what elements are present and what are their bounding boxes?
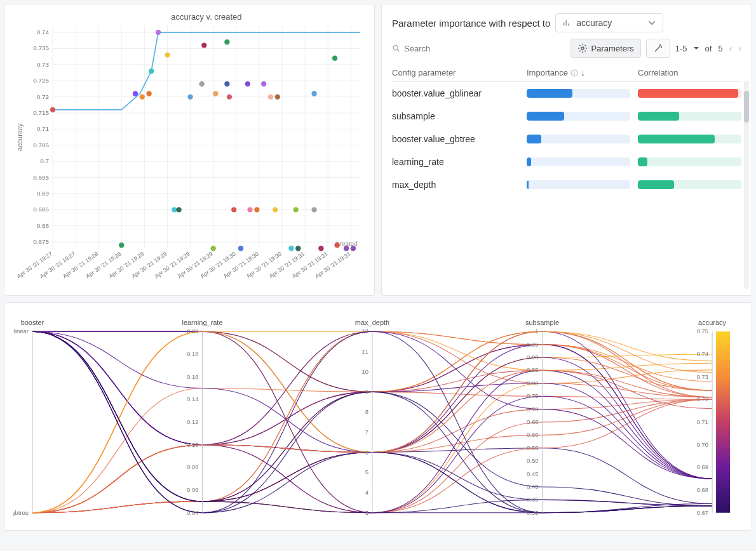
col-correlation[interactable]: Correlation: [638, 68, 741, 77]
svg-text:7: 7: [365, 428, 368, 435]
svg-point-87: [294, 207, 299, 212]
importance-row[interactable]: booster.value_gblinear: [392, 82, 741, 105]
svg-text:0.705: 0.705: [33, 142, 49, 149]
svg-text:0.735: 0.735: [33, 44, 49, 51]
parallel-coordinates-chart[interactable]: boostergbtreegblinearlearning_rate0.040.…: [13, 314, 743, 524]
svg-point-70: [199, 81, 204, 86]
svg-text:0.67: 0.67: [697, 509, 708, 516]
col-config[interactable]: Config parameter: [392, 68, 519, 77]
sort-desc-icon: ↓: [581, 68, 585, 77]
svg-point-59: [50, 107, 55, 112]
svg-text:0.74: 0.74: [697, 350, 708, 357]
col-importance[interactable]: Importance ↓: [527, 68, 630, 77]
svg-text:0.7: 0.7: [40, 157, 49, 164]
wand-icon: [653, 43, 663, 53]
svg-point-90: [311, 91, 316, 96]
correlation-bar: [638, 180, 741, 189]
svg-point-62: [140, 94, 145, 99]
param-name: learning_rate: [392, 157, 519, 167]
svg-point-73: [213, 91, 218, 96]
importance-row[interactable]: learning_rate: [392, 150, 741, 173]
svg-point-86: [288, 246, 294, 251]
svg-text:0.40: 0.40: [527, 483, 538, 490]
parallel-coordinates-panel: boostergbtreegblinearlearning_rate0.040.…: [4, 302, 752, 531]
importance-row[interactable]: booster.value_gbtree: [392, 128, 741, 150]
svg-text:5: 5: [365, 468, 368, 475]
importance-search[interactable]: [392, 44, 565, 53]
param-name: booster.value_gblinear: [392, 88, 519, 98]
svg-point-75: [224, 81, 229, 86]
svg-point-81: [254, 207, 259, 212]
svg-text:0.725: 0.725: [33, 77, 49, 84]
accuracy-vs-created-panel: accuracy v. createdaccuracy0.6750.680.68…: [4, 4, 375, 296]
svg-text:learning_rate: learning_rate: [182, 319, 222, 326]
svg-point-94: [344, 246, 349, 251]
importance-bar: [527, 112, 630, 121]
parameters-button-label: Parameters: [591, 44, 634, 53]
svg-point-93: [334, 242, 339, 248]
svg-text:0.75: 0.75: [697, 328, 708, 335]
svg-text:accuracy: accuracy: [16, 123, 24, 151]
importance-row[interactable]: subsample: [392, 105, 741, 128]
svg-point-84: [273, 207, 278, 212]
parameters-button[interactable]: Parameters: [570, 39, 641, 58]
importance-title: Parameter importance with respect to: [392, 18, 550, 29]
svg-text:subsample: subsample: [525, 319, 559, 326]
correlation-bar: [638, 135, 741, 143]
svg-point-60: [119, 242, 124, 248]
svg-point-66: [165, 52, 170, 57]
svg-text:0.35: 0.35: [527, 496, 538, 503]
svg-text:gblinear: gblinear: [13, 328, 29, 335]
svg-text:0.73: 0.73: [37, 61, 50, 68]
svg-text:0.08: 0.08: [187, 463, 198, 470]
svg-point-91: [318, 246, 323, 251]
pager-next[interactable]: ›: [738, 43, 741, 53]
svg-point-82: [261, 81, 266, 86]
svg-text:0.715: 0.715: [33, 109, 49, 116]
svg-text:0.69: 0.69: [37, 190, 50, 197]
correlation-bar: [638, 89, 741, 98]
svg-text:booster: booster: [21, 319, 44, 326]
svg-text:0.50: 0.50: [527, 457, 538, 464]
search-icon: [392, 44, 400, 53]
metric-selector-label: accuracy: [576, 18, 612, 28]
importance-search-input[interactable]: [404, 44, 565, 53]
svg-point-85: [275, 94, 280, 99]
accuracy-vs-created-chart[interactable]: accuracy v. createdaccuracy0.6750.680.68…: [11, 11, 368, 289]
svg-text:0.90: 0.90: [527, 354, 538, 361]
svg-point-76: [227, 94, 232, 99]
correlation-bar: [638, 157, 741, 166]
svg-text:0.20: 0.20: [187, 328, 198, 335]
magic-button[interactable]: [646, 39, 670, 58]
chevron-down-icon: [647, 18, 656, 27]
param-name: booster.value_gbtree: [392, 134, 519, 144]
svg-point-61: [133, 91, 138, 96]
svg-point-88: [295, 246, 300, 251]
metric-selector[interactable]: accuracy: [555, 13, 663, 32]
svg-text:gbtree: gbtree: [13, 509, 29, 516]
svg-point-69: [187, 94, 192, 99]
svg-text:0.45: 0.45: [527, 470, 538, 477]
svg-point-97: [581, 47, 584, 50]
svg-text:0.55: 0.55: [527, 444, 538, 451]
pager-total: 5: [718, 44, 722, 53]
svg-text:0.68: 0.68: [697, 486, 708, 493]
gear-icon: [577, 43, 588, 53]
svg-point-78: [238, 246, 243, 251]
correlation-bar: [638, 112, 741, 121]
svg-point-71: [201, 43, 206, 48]
param-name: subsample: [392, 111, 519, 121]
svg-text:4: 4: [365, 489, 368, 496]
svg-text:0.12: 0.12: [187, 418, 198, 425]
svg-text:0.85: 0.85: [527, 366, 538, 373]
svg-point-64: [149, 69, 154, 74]
importance-row[interactable]: max_depth: [392, 173, 741, 196]
importance-bar: [527, 180, 630, 189]
pager-prev[interactable]: ‹: [729, 43, 732, 53]
svg-text:0.30: 0.30: [527, 509, 538, 516]
svg-text:0.16: 0.16: [187, 373, 198, 380]
svg-point-95: [351, 246, 356, 251]
importance-scrollbar[interactable]: [744, 81, 749, 289]
svg-text:0.75: 0.75: [527, 392, 538, 399]
svg-text:0.06: 0.06: [187, 486, 198, 493]
